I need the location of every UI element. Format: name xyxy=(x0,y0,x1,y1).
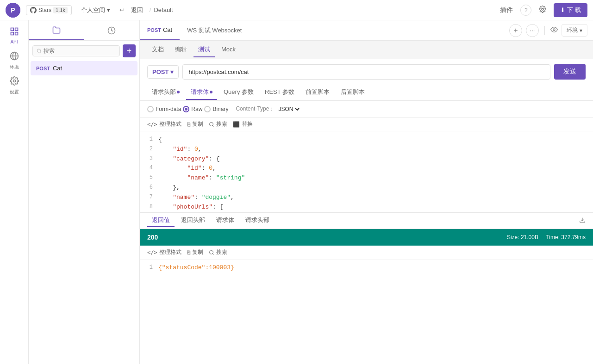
replace-button[interactable]: ⬛ 替换 xyxy=(233,120,253,128)
logo-icon: P xyxy=(6,3,20,18)
personal-space-label: 个人空间 xyxy=(81,6,105,14)
copy-button[interactable]: ⎘ 复制 xyxy=(187,120,203,128)
tabs-bar: POST Cat WS 测试 Websocket + ··· 环境 ▾ xyxy=(140,20,593,41)
body-option-binary[interactable]: Binary xyxy=(204,106,228,112)
method-value: POST xyxy=(152,68,169,75)
search-input[interactable] xyxy=(44,48,116,54)
file-panel: + POST Cat xyxy=(29,20,140,364)
tab-more-button[interactable]: ··· xyxy=(526,24,539,37)
search-toolbar-button[interactable]: 搜索 xyxy=(209,120,227,128)
code-line-6: 6 }, xyxy=(140,183,593,193)
resp-code-content: {"statusCode":100003} xyxy=(158,263,593,273)
help-icon[interactable]: ? xyxy=(520,5,531,16)
github-stars-button[interactable]: Stars 1.1k xyxy=(26,5,72,15)
default-nav[interactable]: Default xyxy=(154,6,173,13)
item-name: Cat xyxy=(53,65,62,72)
github-stars-count: 1.1k xyxy=(53,7,68,13)
resp-code-line-1: 1 {"statusCode":100003} xyxy=(140,263,593,273)
params-tab-body[interactable]: 请求体 xyxy=(186,85,217,100)
env-label: 环境 xyxy=(10,64,19,70)
params-tab-headers[interactable]: 请求头部 xyxy=(147,85,184,100)
sidebar-item-api[interactable]: API xyxy=(3,24,26,47)
svg-point-14 xyxy=(553,29,555,31)
method-select[interactable]: POST ▾ xyxy=(147,65,179,79)
method-chevron-icon: ▾ xyxy=(170,68,174,75)
plugin-button[interactable]: 插件 xyxy=(498,4,515,16)
sub-tab-edit[interactable]: 编辑 xyxy=(170,43,192,57)
resp-tab-value[interactable]: 返回值 xyxy=(147,214,175,227)
file-tab-history[interactable] xyxy=(84,20,140,40)
resp-tab-request-body[interactable]: 请求体 xyxy=(212,214,239,227)
code-line-7: 7 "name": "doggie", xyxy=(140,193,593,203)
body-option-form-data[interactable]: Form-data xyxy=(147,106,181,112)
env-selector[interactable]: 环境 ▾ xyxy=(562,24,587,37)
params-tab-query[interactable]: Query 参数 xyxy=(219,85,258,100)
svg-text:P: P xyxy=(11,6,15,14)
resp-tab-request-headers[interactable]: 请求头部 xyxy=(241,214,274,227)
sub-tab-mock[interactable]: Mock xyxy=(217,43,240,56)
add-button[interactable]: + xyxy=(123,44,136,57)
env-label: 环境 xyxy=(567,26,578,34)
format-button[interactable]: </> 整理格式 xyxy=(147,120,181,128)
code-line-5: 5 "name": "string" xyxy=(140,173,593,183)
body-option-raw[interactable]: Raw xyxy=(183,106,202,112)
app-body: API 环境 设置 xyxy=(0,20,593,364)
resp-search-button[interactable]: 搜索 xyxy=(209,248,227,256)
api-label: API xyxy=(10,39,18,44)
tab-post-cat[interactable]: POST Cat xyxy=(140,20,180,40)
code-editor[interactable]: 1 { 2 "id": 0, 3 "category": { 4 "id": 0… xyxy=(140,131,593,212)
sidebar-item-settings[interactable]: 设置 xyxy=(3,74,26,97)
sub-tab-docs[interactable]: 文档 xyxy=(147,43,169,57)
status-code: 200 xyxy=(147,234,158,241)
sidebar-item-env[interactable]: 环境 xyxy=(3,49,26,72)
editor-toolbar: </> 整理格式 ⎘ 复制 搜索 ⬛ 替换 xyxy=(140,117,593,131)
radio-binary xyxy=(204,106,211,112)
tree-item-post-cat[interactable]: POST Cat xyxy=(31,61,137,75)
params-tab-pre-script[interactable]: 前置脚本 xyxy=(301,85,334,100)
back-icon: ↩ xyxy=(119,6,125,13)
resp-format-button[interactable]: </> 整理格式 xyxy=(147,248,181,256)
response-editor-toolbar: </> 整理格式 ⎘ 复制 搜索 xyxy=(140,246,593,259)
send-button[interactable]: 发送 xyxy=(554,64,586,80)
svg-point-12 xyxy=(37,49,40,52)
file-tab-folder[interactable] xyxy=(29,20,84,40)
format-icon: </> xyxy=(147,121,157,128)
settings-icon[interactable] xyxy=(537,4,548,16)
svg-line-19 xyxy=(212,253,213,254)
code-line-3: 3 "category": { xyxy=(140,154,593,164)
sub-tab-test[interactable]: 测试 xyxy=(194,43,215,57)
tab-ws-websocket[interactable]: WS 测试 Websocket xyxy=(180,20,249,40)
url-input[interactable] xyxy=(182,64,550,80)
github-stars-label: Stars xyxy=(38,7,51,13)
main-content: POST Cat WS 测试 Websocket + ··· 环境 ▾ xyxy=(140,20,593,364)
response-code-editor: 1 {"statusCode":100003} xyxy=(140,259,593,277)
radio-raw xyxy=(183,106,189,112)
svg-rect-3 xyxy=(11,28,13,31)
chevron-down-icon: ▾ xyxy=(107,6,110,13)
code-line-8: 8 "photoUrls": [ xyxy=(140,203,593,212)
status-meta: Size: 21.00B Time: 372.79ms xyxy=(507,234,586,241)
resp-copy-button[interactable]: ⎘ 复制 xyxy=(187,248,203,256)
topbar-right: 插件 ? ⬇ 下 载 xyxy=(498,3,587,17)
code-line-1: 1 { xyxy=(140,135,593,145)
response-download-icon[interactable] xyxy=(579,217,586,225)
back-nav[interactable]: 返回 xyxy=(127,4,147,16)
svg-point-18 xyxy=(209,250,213,254)
download-button[interactable]: ⬇ 下 载 xyxy=(554,3,587,17)
params-tab-rest[interactable]: REST 参数 xyxy=(260,85,299,100)
search-box[interactable] xyxy=(32,45,120,56)
resp-tab-headers[interactable]: 返回头部 xyxy=(176,214,210,227)
api-icon xyxy=(10,27,19,38)
svg-point-15 xyxy=(209,122,213,126)
svg-line-13 xyxy=(40,52,41,53)
params-tab-post-script[interactable]: 后置脚本 xyxy=(336,85,369,100)
content-type-label: Content-Type： xyxy=(236,105,275,113)
status-bar: 200 Size: 21.00B Time: 372.79ms xyxy=(140,229,593,246)
content-type-select[interactable]: JSON XML Text xyxy=(276,105,301,113)
search-toolbar-icon xyxy=(209,122,214,127)
personal-space-nav[interactable]: 个人空间 ▾ xyxy=(77,4,114,16)
eye-icon[interactable] xyxy=(550,26,558,35)
tab-add-button[interactable]: + xyxy=(509,24,522,37)
resp-tab-actions xyxy=(579,217,586,225)
resp-search-icon xyxy=(209,250,214,255)
